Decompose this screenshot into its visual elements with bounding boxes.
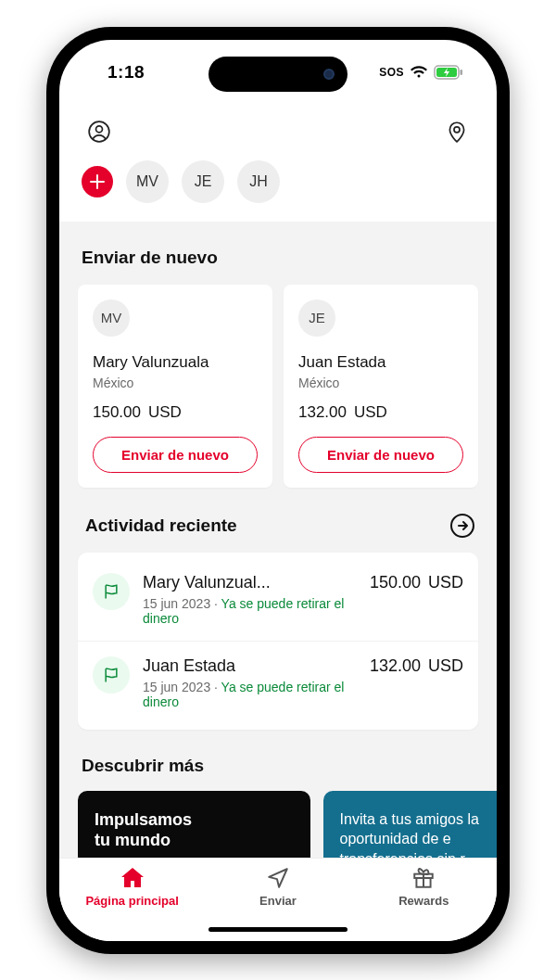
svg-point-5 (454, 126, 460, 132)
activity-sub: 15 jun 2023 · Ya se puede retirar el din… (143, 680, 349, 709)
send-again-card[interactable]: MV Mary Valunzuala México 150.00USD Envi… (78, 285, 272, 488)
status-sos: SOS (379, 66, 404, 79)
status-right: SOS (379, 65, 463, 80)
battery-icon (434, 65, 463, 80)
card-amount: 132.00USD (298, 403, 463, 422)
svg-point-4 (96, 125, 103, 132)
discover-card-teal[interactable]: Invita a tus amigos la oportunidad de e … (323, 791, 497, 858)
discover-title: Descubrir más (82, 756, 478, 776)
tab-home[interactable]: Página principal (59, 866, 205, 908)
activity-amount: 132.00USD (370, 656, 463, 676)
card-amount: 150.00USD (93, 403, 258, 422)
status-time: 1:18 (107, 62, 145, 83)
flag-icon (93, 573, 130, 610)
activity-amount: 150.00USD (370, 573, 463, 592)
discover-card-text: Invita a tus amigos la oportunidad de e … (340, 809, 497, 858)
tab-send[interactable]: Enviar (205, 866, 350, 908)
tab-label: Enviar (259, 894, 297, 908)
contact-chip[interactable]: MV (126, 160, 169, 203)
tab-label: Rewards (398, 894, 449, 908)
activity-arrow-icon[interactable] (450, 514, 474, 538)
activity-row[interactable]: Juan Estada 15 jun 2023 · Ya se puede re… (78, 642, 478, 724)
discover-card-headline: Impulsamos tu mundo (95, 809, 294, 851)
discover-card-black[interactable]: Impulsamos tu mundo Accede a contenido e… (78, 791, 310, 858)
activity-name: Mary Valunzual... (143, 573, 349, 592)
contact-chip[interactable]: JH (237, 160, 280, 203)
card-name: Mary Valunzuala (93, 353, 258, 372)
tab-label: Página principal (85, 894, 178, 908)
send-again-button[interactable]: Enviar de nuevo (298, 437, 463, 473)
activity-title: Actividad reciente (82, 515, 237, 536)
card-avatar: MV (93, 299, 130, 337)
card-country: México (93, 375, 258, 390)
tab-rewards[interactable]: Rewards (351, 866, 497, 908)
location-icon[interactable] (441, 116, 473, 147)
contact-chip[interactable]: JE (182, 160, 224, 203)
wifi-icon (410, 66, 428, 79)
activity-sub: 15 jun 2023 · Ya se puede retirar el din… (143, 596, 349, 626)
profile-icon[interactable] (83, 116, 115, 147)
add-contact-button[interactable] (82, 166, 113, 197)
home-indicator (208, 927, 348, 932)
card-country: México (298, 375, 463, 390)
card-name: Juan Estada (298, 353, 463, 372)
flag-icon (93, 656, 130, 694)
send-again-card[interactable]: JE Juan Estada México 132.00USD Enviar d… (284, 285, 478, 488)
send-again-button[interactable]: Enviar de nuevo (93, 437, 258, 473)
activity-name: Juan Estada (143, 656, 349, 676)
send-again-title: Enviar de nuevo (78, 248, 478, 268)
activity-row[interactable]: Mary Valunzual... 15 jun 2023 · Ya se pu… (78, 558, 478, 642)
svg-rect-1 (461, 70, 463, 75)
card-avatar: JE (298, 299, 335, 337)
